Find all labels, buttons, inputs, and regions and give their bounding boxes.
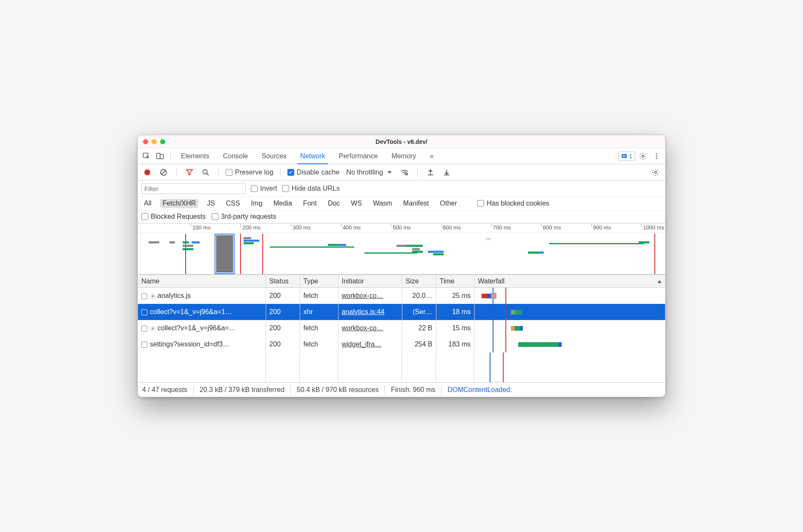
- waterfall-cell: [478, 338, 662, 350]
- settings-gear-icon[interactable]: [637, 150, 649, 162]
- timeline-overview[interactable]: 100 ms200 ms300 ms400 ms500 ms600 ms700 …: [138, 223, 665, 275]
- sort-asc-icon: [657, 280, 662, 283]
- divider: [176, 168, 177, 177]
- request-initiator-link[interactable]: widget_ifra…: [342, 340, 381, 348]
- table-row[interactable]: collect?v=1&_v=j96&a=1…200xhranalytics.j…: [138, 304, 665, 320]
- col-header-size[interactable]: Size: [402, 275, 436, 288]
- col-header-type[interactable]: Type: [300, 275, 338, 288]
- filter-css[interactable]: CSS: [224, 199, 243, 208]
- filter-doc[interactable]: Doc: [325, 199, 342, 208]
- record-button[interactable]: [141, 166, 153, 178]
- tab-memory[interactable]: Memory: [385, 148, 422, 164]
- col-header-waterfall[interactable]: Waterfall: [474, 275, 665, 288]
- svg-point-18: [152, 295, 154, 297]
- svg-point-8: [656, 155, 657, 157]
- request-name: settings?session_id=df3…: [150, 340, 229, 348]
- filter-all[interactable]: All: [141, 199, 154, 208]
- request-time: 25 ms: [452, 292, 471, 299]
- request-time: 183 ms: [448, 340, 470, 348]
- tab-network[interactable]: Network: [294, 148, 331, 164]
- filter-fetch-xhr[interactable]: Fetch/XHR: [160, 199, 198, 208]
- traffic-lights: [143, 139, 165, 144]
- devtools-window: DevTools - v8.dev/ Elements Console Sour…: [138, 135, 665, 397]
- request-initiator-link[interactable]: analytics.js:44: [342, 308, 385, 315]
- request-size: 254 B: [415, 340, 433, 348]
- col-header-status[interactable]: Status: [266, 275, 300, 288]
- filter-other[interactable]: Other: [437, 199, 459, 208]
- device-toolbar-icon[interactable]: [154, 150, 166, 162]
- requests-table: Name Status Type Initiator Size Time Wat…: [138, 275, 665, 352]
- request-size: 20.0…: [412, 292, 432, 299]
- tab-elements[interactable]: Elements: [175, 148, 215, 164]
- upload-har-icon[interactable]: [424, 166, 436, 178]
- close-window-button[interactable]: [143, 139, 148, 144]
- network-toolbar: Preserve log Disable cache No throttling: [138, 164, 665, 180]
- svg-point-12: [203, 169, 207, 174]
- col-header-time[interactable]: Time: [436, 275, 474, 288]
- status-transferred: 20.3 kB / 379 kB transferred: [200, 386, 284, 394]
- svg-rect-4: [622, 155, 626, 156]
- svg-rect-1: [157, 153, 160, 159]
- filter-wasm[interactable]: Wasm: [370, 199, 395, 208]
- waterfall-cell: [478, 290, 662, 302]
- type-filter-row: All Fetch/XHR JS CSS Img Media Font Doc …: [138, 197, 665, 211]
- filter-media[interactable]: Media: [271, 199, 295, 208]
- download-har-icon[interactable]: [441, 166, 453, 178]
- filter-ws[interactable]: WS: [348, 199, 364, 208]
- request-size: (Ser…: [413, 308, 432, 315]
- tab-more[interactable]: »: [424, 148, 439, 164]
- inspect-element-icon[interactable]: [141, 150, 152, 162]
- blocked-requests-label: Blocked Requests: [151, 213, 206, 220]
- row-checkbox[interactable]: [141, 326, 147, 332]
- filter-manifest[interactable]: Manifest: [401, 199, 431, 208]
- issues-badge[interactable]: 1: [618, 152, 635, 161]
- row-checkbox[interactable]: [141, 342, 147, 348]
- timeline-selection[interactable]: [215, 234, 235, 274]
- hide-data-urls-checkbox[interactable]: Hide data URLs: [282, 185, 340, 192]
- request-initiator-link[interactable]: workbox-co…: [342, 292, 384, 299]
- svg-line-11: [161, 170, 166, 174]
- waterfall-cell: [478, 322, 662, 334]
- kebab-menu-icon[interactable]: [651, 150, 662, 162]
- throttling-value: No throttling: [346, 169, 383, 176]
- request-name: analytics.js: [158, 292, 191, 299]
- search-icon[interactable]: [200, 166, 212, 178]
- issues-count: 1: [629, 153, 632, 160]
- table-row[interactable]: settings?session_id=df3…200fetchwidget_i…: [138, 336, 665, 352]
- table-row[interactable]: analytics.js200fetchworkbox-co…20.0…25 m…: [138, 288, 665, 304]
- preserve-log-label: Preserve log: [235, 169, 273, 176]
- row-checkbox[interactable]: [141, 309, 147, 315]
- issues-icon: [621, 153, 627, 159]
- filter-icon[interactable]: [184, 166, 195, 178]
- has-blocked-cookies-checkbox[interactable]: Has blocked cookies: [477, 200, 549, 207]
- tab-sources[interactable]: Sources: [255, 148, 293, 164]
- disable-cache-checkbox[interactable]: Disable cache: [287, 169, 340, 176]
- minimize-window-button[interactable]: [152, 139, 157, 144]
- throttling-select[interactable]: No throttling: [344, 169, 394, 176]
- tab-console[interactable]: Console: [217, 148, 254, 164]
- filter-font[interactable]: Font: [301, 199, 319, 208]
- network-conditions-icon[interactable]: [399, 166, 410, 178]
- filter-js[interactable]: JS: [204, 199, 218, 208]
- preserve-log-checkbox[interactable]: Preserve log: [226, 169, 273, 176]
- panel-settings-icon[interactable]: [650, 166, 662, 178]
- clear-button-icon[interactable]: [158, 166, 169, 178]
- filter-img[interactable]: Img: [249, 199, 265, 208]
- blocked-requests-checkbox[interactable]: Blocked Requests: [141, 213, 206, 220]
- request-type: xhr: [304, 308, 313, 315]
- request-initiator-link[interactable]: workbox-co…: [342, 324, 384, 332]
- request-time: 18 ms: [452, 308, 471, 315]
- row-checkbox[interactable]: [141, 293, 147, 299]
- filter-input[interactable]: [141, 183, 246, 194]
- request-name: collect?v=1&_v=j96&a=…: [158, 324, 236, 332]
- maximize-window-button[interactable]: [160, 139, 165, 144]
- invert-checkbox[interactable]: Invert: [251, 185, 277, 192]
- status-requests: 4 / 47 requests: [142, 386, 187, 394]
- status-dcl: DOMContentLoaded:: [447, 386, 512, 394]
- col-header-name[interactable]: Name: [138, 275, 266, 288]
- third-party-checkbox[interactable]: 3rd-party requests: [212, 213, 276, 220]
- disable-cache-label: Disable cache: [297, 169, 340, 176]
- table-row[interactable]: collect?v=1&_v=j96&a=…200fetchworkbox-co…: [138, 320, 665, 336]
- col-header-initiator[interactable]: Initiator: [338, 275, 402, 288]
- tab-performance[interactable]: Performance: [333, 148, 384, 164]
